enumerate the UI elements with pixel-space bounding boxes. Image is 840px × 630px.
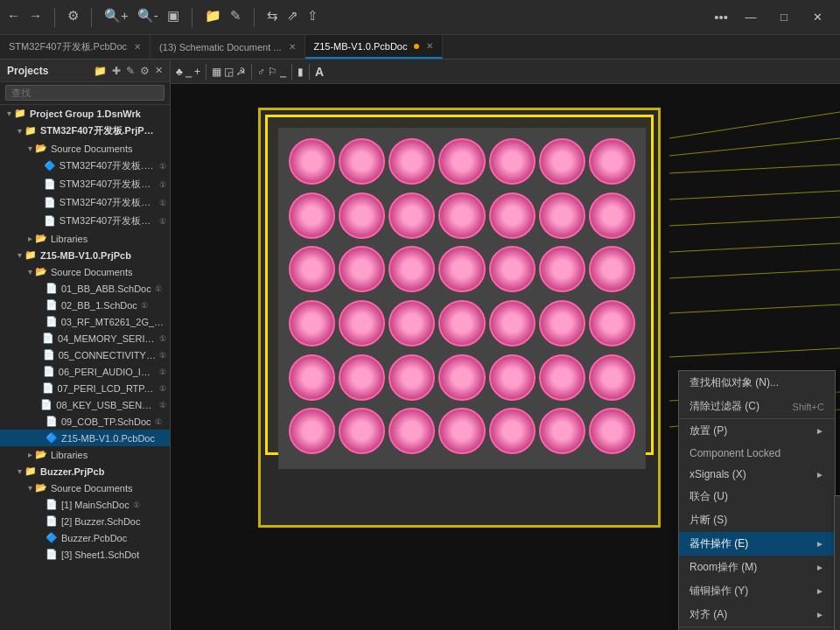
- sync-button[interactable]: ⇆: [267, 8, 278, 27]
- ct-route-icon[interactable]: ♂: [257, 66, 265, 78]
- tree-item[interactable]: 📄06_PERI_AUDIO_IO.Sd①: [0, 363, 170, 380]
- more-button[interactable]: •••: [714, 10, 728, 24]
- panel-icon-1[interactable]: 📁: [94, 65, 107, 77]
- ctx-align[interactable]: 对齐 (A) ►: [679, 603, 835, 626]
- zoom-in-button[interactable]: 🔍+: [104, 8, 129, 27]
- pcb-icon: 🔷: [46, 532, 58, 543]
- ctx-place[interactable]: 放置 (P) ►: [679, 418, 835, 443]
- ct-trace-icon[interactable]: ☭: [236, 66, 246, 78]
- tree-item[interactable]: ▾📂Source Documents: [0, 263, 170, 280]
- ctx-sub-show-designator[interactable]: Show Designator: [835, 496, 840, 517]
- pcb-icon: 🔷: [46, 432, 58, 444]
- tree-expand-icon[interactable]: ▸: [24, 450, 35, 459]
- ct-plus-icon[interactable]: +: [194, 66, 200, 78]
- tree-item[interactable]: 📄[1] MainSchDoc①: [0, 496, 170, 513]
- tree-item[interactable]: 📄02_BB_1.SchDoc①: [0, 297, 170, 313]
- ct-measure-icon[interactable]: ⎯: [280, 66, 286, 78]
- tree-item[interactable]: 📄07_PERI_LCD_RTP.SchI①: [0, 380, 170, 396]
- panel-close-icon[interactable]: ✕: [155, 65, 163, 77]
- tree-expand-icon[interactable]: ▾: [14, 250, 24, 260]
- tab-close-icon3[interactable]: ✕: [426, 41, 433, 51]
- tree-item[interactable]: 📄[2] Buzzer.SchDoc: [0, 513, 170, 529]
- tab-close-icon2[interactable]: ✕: [289, 42, 296, 52]
- tree-item[interactable]: ▸📂Libraries: [0, 446, 170, 463]
- tree-expand-icon[interactable]: ▾: [4, 108, 14, 118]
- ct-wires-icon[interactable]: ⎯: [186, 66, 192, 78]
- tree-item[interactable]: 📄05_CONNECTIVITY_WI①: [0, 346, 170, 363]
- tree-item[interactable]: 📄08_KEY_USB_SENSORS①: [0, 396, 170, 413]
- forward-button[interactable]: →: [29, 8, 42, 27]
- tree-item[interactable]: 📄09_COB_TP.SchDoc①: [0, 413, 170, 430]
- ctx-sub-show-comment[interactable]: Show Comment: [835, 517, 840, 538]
- ctx-union[interactable]: 联合 (U): [679, 485, 835, 508]
- tree-item[interactable]: 📄[3] Sheet1.SchDot: [0, 546, 170, 563]
- panel-icon-2[interactable]: ✚: [112, 65, 121, 77]
- tree-item[interactable]: 🔷Buzzer.PcbDoc: [0, 529, 170, 546]
- tree-item[interactable]: ▾📁Project Group 1.DsnWrk: [0, 105, 170, 122]
- ctx-slice[interactable]: 片断 (S): [679, 508, 835, 532]
- tree-badge: ①: [133, 500, 140, 509]
- tree-label: 04_MEMORY_SERIAL_I: [58, 333, 156, 344]
- zoom-out-button[interactable]: 🔍-: [137, 8, 158, 27]
- ctx-copper-ops[interactable]: 铺铜操作 (Y) ►: [679, 579, 835, 603]
- tab-z15[interactable]: Z15-MB-V1.0.PcbDoc ✕: [305, 35, 444, 59]
- tree-item[interactable]: ▾📂Source Documents: [0, 140, 170, 157]
- tree-item[interactable]: 📄03_RF_MT6261_2G_TR: [0, 313, 170, 330]
- tree-label: 05_CONNECTIVITY_WI: [59, 350, 156, 360]
- tab-schematic[interactable]: (13) Schematic Document ... ✕: [150, 35, 304, 59]
- ctx-room-ops[interactable]: Room操作 (M) ►: [679, 556, 835, 579]
- tree-item[interactable]: 📄STM32F407开发板1.Sc①: [0, 175, 170, 193]
- tree-expand-icon[interactable]: ▾: [24, 267, 35, 276]
- tree-expand-icon[interactable]: ▾: [14, 466, 24, 476]
- ctx-find-similar[interactable]: 查找相似对象 (N)...: [679, 371, 835, 395]
- tree-expand-icon[interactable]: ▸: [24, 234, 35, 243]
- tree-item[interactable]: ▾📁Buzzer.PrjPcb: [0, 463, 170, 480]
- open-button[interactable]: 📁: [205, 8, 221, 27]
- tree-item[interactable]: ▾📁STM32F407开发板.PrjPcb: [0, 122, 170, 140]
- ctx-sub-unroute[interactable]: 取消器件的布线 (O): [835, 585, 840, 609]
- ct-text-icon[interactable]: A: [315, 65, 324, 79]
- close-button[interactable]: ✕: [802, 6, 833, 29]
- ctx-sub-move-origin[interactable]: 移动器件原点到栅格上 (G): [835, 562, 840, 585]
- pcb-pad: [489, 300, 536, 346]
- export-button[interactable]: ⇧: [307, 8, 318, 27]
- ct-pin-icon[interactable]: ⚐: [268, 66, 277, 78]
- tree-item[interactable]: 📄04_MEMORY_SERIAL_I①: [0, 330, 170, 346]
- minimize-button[interactable]: —: [735, 6, 766, 29]
- search-input[interactable]: [5, 85, 164, 101]
- edit-button[interactable]: ✎: [230, 8, 242, 27]
- tree-expand-icon[interactable]: ▾: [24, 483, 35, 493]
- tree-expand-icon[interactable]: ▾: [24, 144, 35, 153]
- ctx-sub-move-component[interactable]: 移动器件 (M): [835, 538, 840, 562]
- tree-item[interactable]: 📄STM32F407开发板3.Sc①: [0, 212, 170, 230]
- tree-item[interactable]: ▸📂Libraries: [0, 230, 170, 247]
- ct-grid-icon[interactable]: ▦: [212, 66, 221, 78]
- tree-item[interactable]: 📄STM32F407开发板2.Sc①: [0, 193, 170, 212]
- tab-stm32[interactable]: STM32F407开发板.PcbDoc ✕: [0, 35, 150, 59]
- back-button[interactable]: ←: [7, 8, 20, 27]
- tree-item[interactable]: ▾📁Z15-MB-V1.0.PrjPcb: [0, 247, 170, 263]
- ctx-component-locked[interactable]: Component Locked: [679, 443, 835, 464]
- maximize-button[interactable]: □: [768, 6, 800, 29]
- ctx-component-ops[interactable]: 器件操作 (E) ►: [679, 532, 835, 556]
- ct-layers-icon[interactable]: ◲: [224, 66, 234, 78]
- ct-bar-icon[interactable]: ▮: [298, 66, 304, 78]
- ctx-clear-filter[interactable]: 清除过滤器 (C) Shift+C: [679, 395, 835, 418]
- ctx-cross-probe[interactable]: 交叉探针 (C): [679, 626, 835, 630]
- pcb-pad: [539, 300, 585, 346]
- tree-item[interactable]: 🔷Z15-MB-V1.0.PcbDoc: [0, 430, 170, 446]
- ctx-sub-autoroute[interactable]: 自动布线器件 (A): [835, 609, 840, 630]
- panel-icon-4[interactable]: ⚙: [140, 65, 150, 77]
- fit-button[interactable]: ▣: [167, 8, 179, 27]
- ct-filter-icon[interactable]: ♣: [176, 66, 183, 78]
- tree-item[interactable]: 🔷STM32F407开发板.Pcb①: [0, 157, 170, 175]
- panel-icon-3[interactable]: ✎: [126, 65, 135, 77]
- tree-expand-icon[interactable]: ▾: [14, 126, 24, 136]
- tree-item[interactable]: 📄01_BB_ABB.SchDoc①: [0, 280, 170, 297]
- ctx-xsignals[interactable]: xSignals (X) ►: [679, 464, 835, 485]
- tab-close-icon[interactable]: ✕: [134, 42, 141, 52]
- pcb-pad: [388, 246, 435, 292]
- grid-view-button[interactable]: ⚙: [67, 8, 79, 27]
- expand-button[interactable]: ⇗: [287, 8, 298, 27]
- tree-item[interactable]: ▾📂Source Documents: [0, 480, 170, 496]
